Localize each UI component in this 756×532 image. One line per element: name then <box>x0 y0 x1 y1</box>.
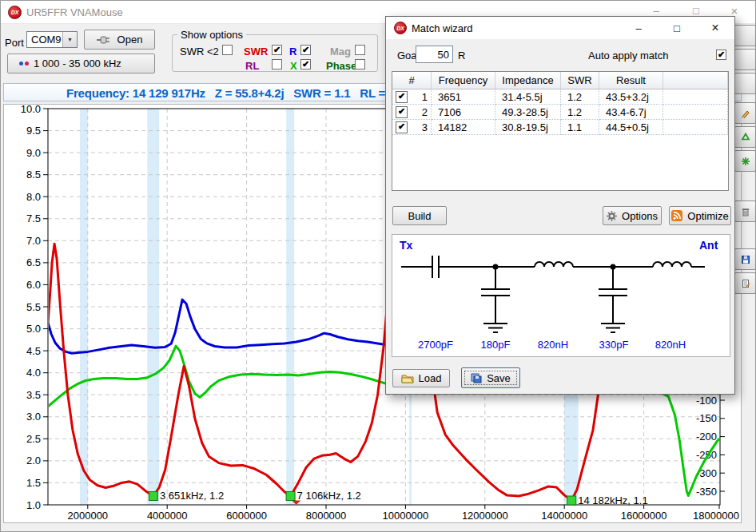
side-toolbar-button-pencil-icon[interactable] <box>734 102 756 124</box>
table-row[interactable]: 1365131.4-5.5j1.243.5+3.2j <box>392 89 728 105</box>
option-label-r: R <box>289 46 296 58</box>
option-checkbox-phase[interactable] <box>355 59 365 69</box>
range-dots-icon <box>19 62 29 66</box>
component-value: 330pF <box>599 339 629 351</box>
load-button-label: Load <box>419 372 442 384</box>
row-result: 43.4-6.7j <box>599 105 663 120</box>
option-checkbox-rl[interactable] <box>272 59 282 69</box>
show-options-title: Show options <box>177 29 246 41</box>
row-number: 3 <box>422 121 428 133</box>
optimize-icon <box>671 210 682 221</box>
row-checkbox[interactable] <box>396 106 408 118</box>
row-frequency: 3651 <box>432 89 495 105</box>
plug-icon <box>97 35 113 45</box>
row-impedance: 49.3-28.5j <box>495 105 561 120</box>
option-label-x: X <box>290 60 297 72</box>
optimize-button-label: Optimize <box>687 210 728 222</box>
side-toolbar-button-floppy-icon[interactable] <box>734 248 756 270</box>
row-checkbox[interactable] <box>396 121 408 133</box>
component-value: 2700pF <box>418 339 453 351</box>
port-label: Port <box>5 37 24 49</box>
side-toolbar-button-recycle-icon[interactable] <box>734 126 756 148</box>
app-logo-icon: DX <box>8 6 22 19</box>
side-toolbar-button-blank-icon[interactable] <box>734 73 756 94</box>
component-value: 180pF <box>481 339 511 351</box>
open-button[interactable]: Open <box>84 30 155 50</box>
option-label-swr-2: SWR <2 <box>180 46 219 58</box>
chevron-down-icon[interactable]: ▼ <box>62 32 77 47</box>
option-label-phase: Phase <box>326 60 356 72</box>
option-checkbox-swr[interactable] <box>272 45 282 55</box>
row-swr: 1.2 <box>561 89 599 105</box>
option-checkbox-swr-2[interactable] <box>222 45 233 55</box>
side-toolbar-button-doc-icon[interactable] <box>734 272 756 294</box>
folder-open-icon <box>401 374 414 383</box>
open-button-label: Open <box>117 34 143 46</box>
row-result: 43.5+3.2j <box>599 89 663 105</box>
row-blank <box>663 120 728 135</box>
side-toolbar-button-trash-icon[interactable] <box>734 200 756 222</box>
row-frequency: 7106 <box>432 105 495 120</box>
auto-apply-label: Auto apply match <box>588 50 668 62</box>
row-impedance: 30.8-19.5j <box>495 120 561 135</box>
option-label-rl: RL <box>245 60 259 72</box>
dialog-titlebar: DX Match wizard – □ × <box>386 17 734 39</box>
options-button-label: Options <box>622 210 658 222</box>
option-label-mag: Mag <box>330 46 351 58</box>
component-value: 820nH <box>655 339 686 351</box>
dialog-title: Match wizard <box>412 22 473 34</box>
scan-range-label: 1 000 - 35 000 kHz <box>34 58 121 69</box>
goal-unit: R <box>458 50 465 62</box>
build-button[interactable]: Build <box>392 206 447 225</box>
row-swr: 1.2 <box>561 105 599 120</box>
options-button[interactable]: Options <box>603 206 662 225</box>
row-blank <box>663 89 728 105</box>
match-points-table[interactable]: #FrequencyImpedanceSWRResult1365131.4-5.… <box>392 71 729 191</box>
dialog-logo-icon: DX <box>394 22 407 34</box>
row-frequency: 14182 <box>432 120 495 135</box>
row-impedance: 31.4-5.5j <box>495 89 561 105</box>
match-wizard-dialog: DX Match wizard – □ × Goal R Auto apply … <box>385 16 735 395</box>
row-result: 44.5+0.5j <box>599 120 663 135</box>
table-header-Result[interactable]: Result <box>599 72 663 89</box>
dialog-close-button[interactable]: × <box>705 20 726 36</box>
row-swr: 1.1 <box>561 120 599 135</box>
status-text: Frequency: 14 129 917Hz Z = 55.8+4.2j SW… <box>66 86 392 100</box>
table-header-blank[interactable] <box>663 72 728 89</box>
circuit-panel: Tx Ant 2700pF180pF820nH330pF820nH <box>392 234 730 357</box>
option-checkbox-r[interactable] <box>300 45 311 55</box>
side-toolbar-button-branch-icon[interactable] <box>734 150 756 172</box>
table-row[interactable]: 2710649.3-28.5j1.243.4-6.7j <box>392 105 728 120</box>
build-button-label: Build <box>408 210 432 222</box>
port-value: COM9 <box>31 34 62 46</box>
option-checkbox-x[interactable] <box>300 59 311 69</box>
save-focus-rect <box>464 371 517 385</box>
scan-range-button[interactable]: 1 000 - 35 000 kHz <box>7 54 155 73</box>
table-header-Frequency[interactable]: Frequency <box>432 72 495 89</box>
row-blank <box>663 105 728 120</box>
gear-icon <box>607 211 617 221</box>
option-checkbox-mag[interactable] <box>355 45 365 55</box>
save-button[interactable]: Save <box>461 367 520 388</box>
app-title: UR5FFR VNAMouse <box>26 6 123 18</box>
side-toolbar-button-blank-icon[interactable] <box>734 49 756 70</box>
dialog-maximize-button[interactable]: □ <box>666 20 687 36</box>
port-combobox[interactable]: COM9 ▼ <box>26 31 78 48</box>
row-number: 1 <box>422 91 428 103</box>
option-label-swr: SWR <box>244 46 268 58</box>
dialog-minimize-button[interactable]: – <box>628 20 649 36</box>
table-header-Impedance[interactable]: Impedance <box>495 72 561 89</box>
table-row[interactable]: 31418230.8-19.5j1.144.5+0.5j <box>392 120 728 135</box>
component-value: 820nH <box>538 339 568 351</box>
load-button[interactable]: Load <box>392 369 450 387</box>
goal-input[interactable] <box>416 46 453 63</box>
table-header-SWR[interactable]: SWR <box>561 72 599 89</box>
auto-apply-checkbox[interactable] <box>716 50 726 60</box>
table-header-#[interactable]: # <box>392 72 432 89</box>
side-toolbar-button-blank-icon[interactable] <box>734 25 756 46</box>
row-checkbox[interactable] <box>396 91 408 103</box>
optimize-button[interactable]: Optimize <box>669 206 731 225</box>
row-number: 2 <box>422 106 428 118</box>
